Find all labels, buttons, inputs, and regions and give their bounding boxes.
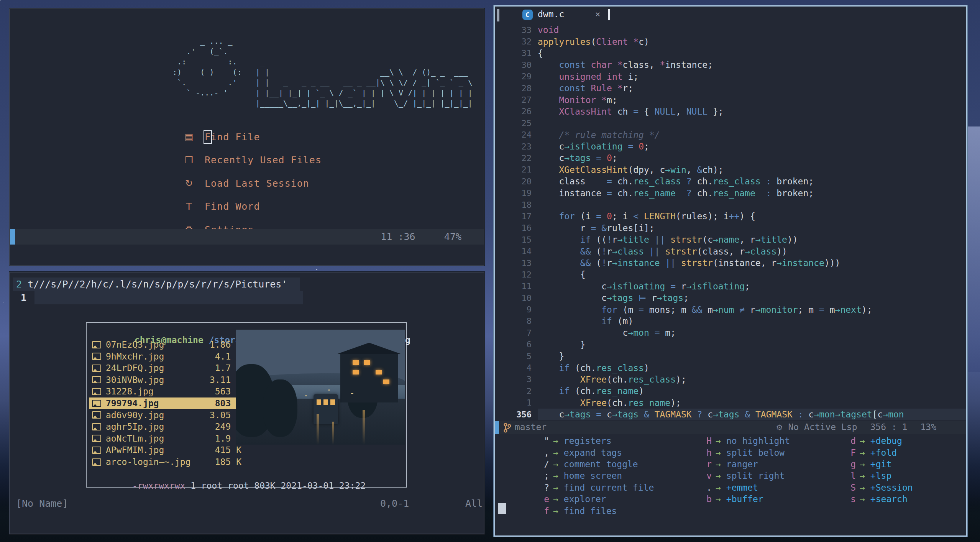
- recent-files-icon: ❐: [183, 155, 195, 166]
- preview-window-light: [376, 370, 382, 374]
- star: [7, 220, 7, 221]
- code-line[interactable]: 7 c→mon = m;: [495, 327, 966, 338]
- code-line[interactable]: 28 const Rule *r;: [495, 82, 966, 94]
- code-text: XFree(ch.res_name);: [538, 397, 966, 409]
- window-lunarvim-dashboard[interactable]: _ ... _ .' (_`. .: :. _ :) ( ) (: | | __…: [9, 8, 484, 266]
- whichkey-binding-home-screen[interactable]: ;→home screen: [532, 470, 622, 481]
- whichkey-binding--lsp[interactable]: l→+lsp: [838, 470, 891, 481]
- code-text: }: [538, 350, 966, 362]
- code-line[interactable]: 6 }: [495, 339, 966, 350]
- code-line[interactable]: 5 }: [495, 350, 966, 362]
- file-name: aoNcTLm.jpg: [106, 434, 205, 443]
- whichkey-description: no highlight: [726, 436, 790, 446]
- code-line[interactable]: 32applyrules(Client *c): [495, 36, 966, 47]
- whichkey-binding-explorer[interactable]: e→explorer: [532, 493, 606, 505]
- arrow-icon: →: [712, 494, 726, 504]
- image-file-icon: [92, 388, 101, 395]
- file-row[interactable]: 24LrDFQ.jpg1.7 M: [89, 362, 241, 374]
- code-text: && (!r→instance || strstr(instance, r→in…: [538, 257, 966, 269]
- whichkey-binding-ranger[interactable]: r→ranger: [694, 458, 758, 470]
- file-row[interactable]: ad6v90y.jpg3.05 M: [89, 409, 241, 421]
- whichkey-description: +git: [870, 459, 891, 469]
- code-line[interactable]: 21 XGetClassHint(dpy, c→win, &ch);: [495, 164, 966, 176]
- file-row[interactable]: APwFMIM.jpg415 K: [89, 444, 241, 456]
- code-line[interactable]: 25: [495, 117, 966, 129]
- menu-item-recently-used-files[interactable]: ❐Recently Used Files: [183, 154, 322, 167]
- code-line[interactable]: 9 for (m = mons; m && m→num ≠ r→monitor;…: [495, 304, 966, 315]
- star: [0, 0, 1, 1]
- code-line[interactable]: 23 c→isfloating = 0;: [495, 141, 966, 152]
- file-row[interactable]: 07nEzQ3.jpg1.86 M: [89, 339, 241, 350]
- buffer-name: [No Name]: [16, 498, 68, 509]
- menu-item-find-file[interactable]: ▤Find File: [183, 130, 260, 143]
- code-line[interactable]: 11 c→isfloating = r→isfloating;: [495, 281, 966, 292]
- image-file-icon: [92, 411, 101, 419]
- whichkey-binding--emmet[interactable]: .→+emmet: [694, 482, 758, 493]
- code-line[interactable]: 14 && (!r→class || strstr(class, r→class…: [495, 245, 966, 257]
- code-line[interactable]: 19 instance = ch.res_name ? ch.res_name …: [495, 187, 966, 199]
- whichkey-binding--fold[interactable]: F→+fold: [838, 447, 897, 458]
- whichkey-binding-find-current-file[interactable]: ?→find current file: [532, 482, 654, 493]
- file-permissions-line: -rwxrwxrwx 1 root root 803K 2021-03-01 2…: [90, 471, 366, 501]
- menu-item-load-last-session[interactable]: ↻Load Last Session: [183, 177, 309, 190]
- file-row[interactable]: aghr5Ip.jpg249 K: [89, 421, 241, 432]
- file-size: 185 K: [205, 457, 241, 467]
- file-row[interactable]: 9hMxcHr.jpg4.1 M: [89, 351, 241, 362]
- code-line[interactable]: 2 if (ch.res_name): [495, 385, 966, 397]
- tab-close-icon[interactable]: ✕: [595, 9, 600, 19]
- code-line[interactable]: 10 c→tags ⊨ r→tags;: [495, 292, 966, 304]
- code-line[interactable]: 15 if ((!r→title || strstr(c→name, r→tit…: [495, 234, 966, 245]
- file-row[interactable]: 31228.jpg563 K: [89, 386, 241, 397]
- code-line[interactable]: 1 XFree(ch.res_name);: [495, 397, 966, 409]
- whichkey-binding-expand-tags[interactable]: ,→expand tags: [532, 447, 622, 458]
- file-name: 799794.jpg: [106, 398, 205, 408]
- whichkey-binding--search[interactable]: s→+search: [838, 493, 908, 505]
- whichkey-binding--session[interactable]: S→+Session: [838, 482, 913, 493]
- code-line[interactable]: 30 const char *class, *instance;: [495, 59, 966, 71]
- whichkey-key: e: [532, 494, 549, 504]
- code-line[interactable]: 24 /* rule matching */: [495, 129, 966, 141]
- whichkey-description: +emmet: [726, 483, 758, 493]
- file-name: 07nEzQ3.jpg: [106, 340, 205, 350]
- code-line[interactable]: 22 c→tags = 0;: [495, 152, 966, 164]
- file-row[interactable]: arco-login—~.jpg185 K: [89, 456, 241, 468]
- code-line[interactable]: 13 && (!r→instance || strstr(instance, r…: [495, 257, 966, 269]
- whichkey-binding--debug[interactable]: d→+debug: [838, 435, 902, 447]
- whichkey-binding--git[interactable]: g→+git: [838, 458, 891, 470]
- code-line[interactable]: 18: [495, 199, 966, 210]
- whichkey-binding-find-files[interactable]: f→find files: [532, 505, 617, 516]
- whichkey-binding-split-right[interactable]: v→split right: [694, 470, 785, 481]
- window-editor-dwm[interactable]: C dwm.c ✕ 33void32applyrules(Client *c)3…: [494, 5, 967, 537]
- code-line[interactable]: 17 for (i = 0; i < LENGTH(rules); i++) {: [495, 210, 966, 222]
- whichkey-binding--buffer[interactable]: b→+buffer: [694, 493, 763, 505]
- code-line[interactable]: 8 if (m): [495, 315, 966, 327]
- whichkey-key: b: [694, 494, 712, 504]
- arrow-icon: →: [856, 459, 870, 469]
- whichkey-key: ;: [532, 471, 549, 481]
- file-row[interactable]: 799794.jpg803 K: [89, 397, 242, 409]
- code-line[interactable]: 29 unsigned int i;: [495, 71, 966, 82]
- whichkey-binding-no-highlight[interactable]: H→no highlight: [694, 435, 790, 447]
- code-line[interactable]: 31{: [495, 48, 966, 59]
- code-line[interactable]: 16 r = &rules[i];: [495, 222, 966, 234]
- code-line[interactable]: 3 XFree(ch.res_class);: [495, 374, 966, 385]
- file-row[interactable]: 30iNVBw.jpg3.11 M: [89, 374, 241, 386]
- code-line[interactable]: 33void: [495, 24, 966, 36]
- line-number: 18: [495, 200, 538, 210]
- code-line[interactable]: 4 if (ch.res_class): [495, 362, 966, 373]
- whichkey-binding-registers[interactable]: "→registers: [532, 435, 611, 447]
- whichkey-description: +lsp: [870, 471, 891, 481]
- arrow-icon: →: [549, 436, 564, 446]
- whichkey-binding-comment-toggle[interactable]: /→comment toggle: [532, 458, 638, 470]
- whichkey-binding-split-below[interactable]: h→split below: [694, 447, 785, 458]
- code-line[interactable]: 27 Monitor *m;: [495, 94, 966, 105]
- code-line[interactable]: 356 c→tags = c→tags & TAGMASK ? c→tags &…: [495, 409, 966, 420]
- window-terminal-filemanager[interactable]: 2 t///s/P//2/h/c/.l/s/n/s/p/p/s/r/r/s/Pi…: [9, 272, 484, 534]
- tab-dwm-c[interactable]: dwm.c: [538, 9, 564, 19]
- code-line[interactable]: 12 {: [495, 269, 966, 280]
- code-line[interactable]: 26 XClassHint ch = { NULL, NULL };: [495, 106, 966, 117]
- file-row[interactable]: aoNcTLm.jpg1.9 M: [89, 433, 241, 444]
- code-line[interactable]: 20 class = ch.res_class ? ch.res_class :…: [495, 176, 966, 187]
- line-number: 7: [495, 328, 538, 338]
- menu-item-find-word[interactable]: TFind Word: [183, 200, 260, 213]
